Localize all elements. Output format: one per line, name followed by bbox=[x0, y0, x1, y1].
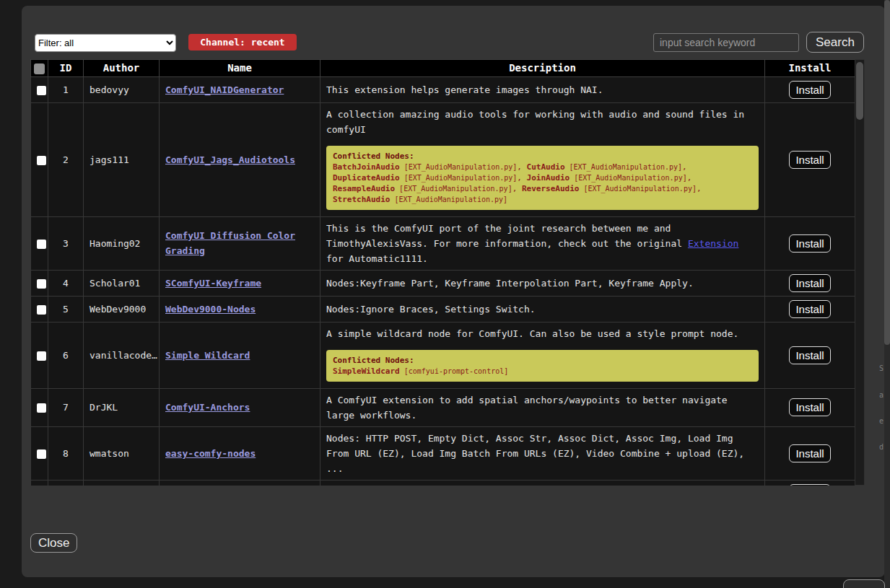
select-all-header bbox=[31, 60, 48, 77]
install-button[interactable]: Install bbox=[789, 346, 830, 364]
row-id: 4 bbox=[48, 270, 84, 296]
row-install-cell: Install bbox=[765, 270, 855, 296]
description-text: This extension helps generate images thr… bbox=[326, 82, 759, 97]
row-name-link[interactable]: ComfyUI-Anchors bbox=[165, 402, 250, 413]
row-description: Nodes:Keyframe Part, Keyframe Interpolat… bbox=[320, 270, 765, 296]
row-name-cell: WebDev9000-Nodes bbox=[160, 296, 320, 322]
row-description: This is the ComfyUI port of the joint re… bbox=[320, 216, 765, 270]
row-install-cell: Install bbox=[765, 480, 855, 486]
row-name-link[interactable]: ComfyUI_NAIDGenerator bbox=[165, 84, 284, 95]
row-name-link[interactable]: ComfyUI_Jags_Audiotools bbox=[165, 154, 295, 165]
row-install-cell: Install bbox=[765, 216, 855, 270]
search-input[interactable] bbox=[653, 33, 799, 52]
description-text: A simple wildcard node for ComfyUI. Can … bbox=[326, 326, 759, 341]
table-row: 9 SoftMeng ComfyUI_Mexx_Styler Nodes: Co… bbox=[31, 480, 855, 486]
row-checkbox-cell bbox=[31, 322, 48, 388]
row-name-cell: SComfyUI-Keyframe bbox=[160, 270, 320, 296]
row-description: This extension helps generate images thr… bbox=[320, 76, 765, 102]
table-row: 3 Haoming02 ComfyUI Diffusion Color Grad… bbox=[31, 216, 855, 270]
conflict-node-extension: [EXT_AudioManipulation.py] bbox=[579, 185, 697, 193]
description-link[interactable]: Extension bbox=[688, 238, 738, 249]
row-id: 5 bbox=[48, 296, 84, 322]
row-checkbox[interactable] bbox=[37, 86, 46, 95]
install-button[interactable]: Install bbox=[789, 274, 830, 292]
conflicted-nodes-title: Conflicted Nodes: bbox=[333, 356, 414, 365]
row-checkbox-cell bbox=[31, 426, 48, 480]
install-button[interactable]: Install bbox=[789, 398, 830, 416]
conflict-node-extension: [EXT_AudioManipulation.py] bbox=[400, 163, 518, 171]
row-id: 1 bbox=[48, 76, 84, 102]
conflict-node-extension: [EXT_AudioManipulation.py] bbox=[395, 185, 512, 193]
row-install-cell: Install bbox=[765, 102, 855, 216]
row-name-cell: easy-comfy-nodes bbox=[160, 426, 320, 480]
table-row: 5 WebDev9000 WebDev9000-Nodes Nodes:Igno… bbox=[31, 296, 855, 322]
install-button[interactable]: Install bbox=[789, 300, 830, 318]
row-name-link[interactable]: SComfyUI-Keyframe bbox=[165, 278, 261, 289]
background-text-fragment: d bbox=[879, 443, 884, 451]
row-name-link[interactable]: Simple Wildcard bbox=[165, 350, 250, 361]
row-checkbox-cell bbox=[31, 102, 48, 216]
description-text: A collection amazing audio tools for wor… bbox=[326, 107, 759, 137]
table-scrollbar[interactable] bbox=[855, 59, 865, 486]
conflict-node-name: StretchAudio bbox=[333, 195, 390, 204]
background-text-fragment: a bbox=[879, 391, 884, 399]
conflict-node-extension: [EXT_AudioManipulation.py] bbox=[390, 196, 507, 203]
conflict-node-name: SimpleWildcard bbox=[333, 367, 400, 376]
select-all-checkbox[interactable] bbox=[34, 63, 45, 74]
row-checkbox-cell bbox=[31, 216, 48, 270]
row-checkbox[interactable] bbox=[37, 279, 46, 289]
conflict-node-name: ResampleAudio bbox=[333, 184, 395, 193]
conflict-node-extension: [EXT_AudioManipulation.py] bbox=[400, 174, 518, 182]
install-button[interactable]: Install bbox=[789, 444, 830, 462]
install-button[interactable]: Install bbox=[789, 484, 830, 486]
page-scrollbar-thumb[interactable] bbox=[884, 0, 890, 345]
page-scrollbar[interactable] bbox=[884, 0, 890, 588]
row-checkbox[interactable] bbox=[37, 240, 46, 249]
row-checkbox[interactable] bbox=[37, 156, 46, 165]
description-text: A ComfyUI extension to add spatial ancho… bbox=[326, 392, 759, 423]
table-header-row: ID Author Name Description Install bbox=[31, 60, 855, 77]
row-name-link[interactable]: easy-comfy-nodes bbox=[165, 448, 256, 459]
row-id: 3 bbox=[48, 216, 84, 270]
row-name-link[interactable]: ComfyUI Diffusion Color Grading bbox=[165, 230, 295, 256]
row-name-cell: Simple Wildcard bbox=[160, 322, 320, 388]
description-text: Nodes:Ignore Braces, Settings Switch. bbox=[326, 302, 759, 317]
install-button[interactable]: Install bbox=[789, 151, 830, 169]
row-checkbox-cell bbox=[31, 296, 48, 322]
install-button[interactable]: Install bbox=[789, 234, 830, 253]
table-row: 2 jags111 ComfyUI_Jags_Audiotools A coll… bbox=[31, 102, 855, 216]
row-name-cell: ComfyUI-Anchors bbox=[160, 388, 320, 426]
row-name-cell: ComfyUI_NAIDGenerator bbox=[160, 76, 320, 102]
background-text-fragment: e bbox=[879, 417, 884, 425]
table-scrollbar-thumb[interactable] bbox=[856, 62, 863, 120]
row-checkbox[interactable] bbox=[37, 449, 46, 459]
row-checkbox[interactable] bbox=[37, 305, 46, 315]
row-install-cell: Install bbox=[765, 76, 855, 102]
row-description: Nodes: HTTP POST, Empty Dict, Assoc Str,… bbox=[320, 426, 765, 480]
header-author: Author bbox=[84, 60, 160, 77]
row-description: A simple wildcard node for ComfyUI. Can … bbox=[320, 322, 765, 388]
row-install-cell: Install bbox=[765, 322, 855, 388]
conflict-node-extension: [EXT_AudioManipulation.py] bbox=[565, 163, 683, 171]
conflict-node-name: JoinAudio bbox=[527, 173, 570, 183]
row-checkbox-cell bbox=[31, 480, 48, 486]
header-install: Install bbox=[765, 60, 855, 77]
row-name-cell: ComfyUI_Jags_Audiotools bbox=[160, 102, 320, 216]
filter-select[interactable]: Filter: all bbox=[35, 34, 176, 52]
table-row: 7 DrJKL ComfyUI-Anchors A ComfyUI extens… bbox=[31, 388, 855, 426]
close-button[interactable]: Close bbox=[30, 533, 77, 553]
row-id: 8 bbox=[48, 426, 84, 480]
row-name-link[interactable]: WebDev9000-Nodes bbox=[165, 304, 256, 315]
background-partial-button bbox=[843, 579, 885, 588]
conflict-node-name: CutAudio bbox=[527, 162, 565, 172]
row-checkbox[interactable] bbox=[37, 351, 46, 361]
row-description: A ComfyUI extension to add spatial ancho… bbox=[320, 388, 765, 426]
header-id: ID bbox=[48, 60, 84, 77]
conflict-node-extension: [comfyui-prompt-control] bbox=[400, 367, 509, 375]
row-checkbox[interactable] bbox=[37, 403, 46, 413]
install-button[interactable]: Install bbox=[789, 81, 830, 99]
background-text-fragment: S bbox=[879, 364, 884, 372]
conflict-node-extension: [EXT_AudioManipulation.py] bbox=[570, 174, 687, 182]
search-button[interactable]: Search bbox=[806, 32, 864, 53]
row-install-cell: Install bbox=[765, 296, 855, 322]
